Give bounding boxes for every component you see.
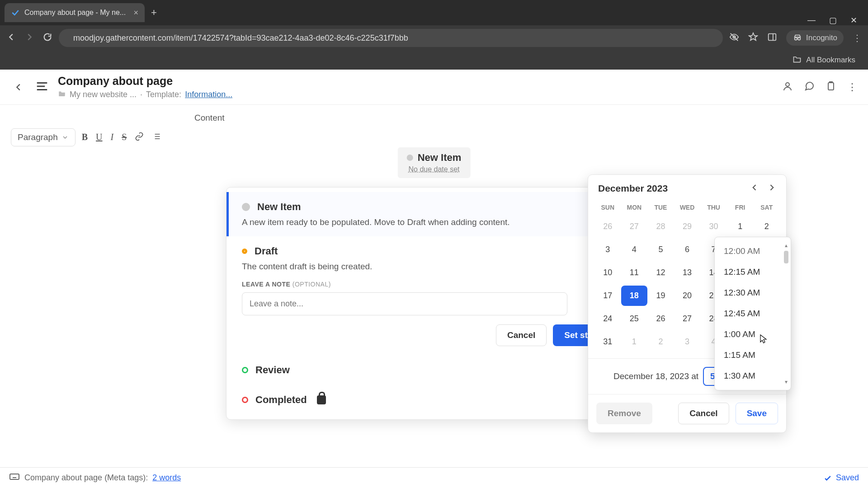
- page-title: Company about page: [58, 75, 232, 88]
- scrollbar[interactable]: ▴ ▾: [783, 242, 790, 385]
- lock-icon: [317, 395, 326, 404]
- close-tab-icon[interactable]: ×: [133, 8, 138, 18]
- back-icon[interactable]: [6, 32, 16, 44]
- calendar-day[interactable]: 25: [621, 309, 648, 329]
- calendar-day[interactable]: 12: [647, 263, 674, 283]
- calendar-day[interactable]: 17: [594, 286, 621, 306]
- bold-icon[interactable]: B: [82, 132, 88, 143]
- close-window-icon[interactable]: ✕: [850, 15, 857, 25]
- cancel-button[interactable]: Cancel: [496, 324, 547, 346]
- calendar-day[interactable]: 10: [594, 263, 621, 283]
- minimize-icon[interactable]: —: [807, 15, 816, 25]
- remove-button[interactable]: Remove: [596, 403, 652, 424]
- workflow-step-review[interactable]: Review: [226, 355, 637, 385]
- time-option[interactable]: 12:45 AM: [715, 303, 791, 324]
- calendar-day[interactable]: 2: [647, 332, 674, 352]
- menu-icon[interactable]: [35, 80, 49, 95]
- calendar-day[interactable]: 29: [674, 216, 701, 237]
- star-icon[interactable]: [748, 32, 758, 44]
- calendar-day[interactable]: 2: [753, 216, 780, 237]
- user-icon[interactable]: [782, 81, 793, 94]
- due-date-text[interactable]: No due date set: [409, 165, 460, 174]
- calendar-day[interactable]: 13: [674, 263, 701, 283]
- tab-content[interactable]: Content: [194, 113, 225, 123]
- back-button[interactable]: [11, 80, 26, 95]
- list-icon[interactable]: [152, 132, 161, 143]
- status-bar: Company about page (Meta tags): 2 words …: [0, 467, 868, 488]
- keyboard-icon[interactable]: [9, 471, 20, 484]
- more-icon[interactable]: ⋮: [847, 81, 857, 93]
- calendar-day[interactable]: 3: [594, 239, 621, 260]
- clipboard-icon[interactable]: [826, 81, 836, 94]
- breadcrumb-folder[interactable]: My new website ...: [70, 90, 137, 99]
- new-tab-button[interactable]: +: [145, 7, 163, 19]
- calendar-day[interactable]: 27: [621, 216, 648, 237]
- workflow-step-draft[interactable]: Draft The content draft is being created…: [226, 236, 637, 355]
- browser-tab-strip: Company about page - My ne... × + — ▢ ✕: [0, 0, 868, 25]
- underline-icon[interactable]: U: [96, 132, 102, 143]
- word-count-link[interactable]: 2 words: [152, 473, 181, 483]
- status-circle-icon: [242, 203, 250, 211]
- calendar-day[interactable]: 3: [674, 332, 701, 352]
- step-title: New Item: [257, 201, 301, 213]
- sidepanel-icon[interactable]: [767, 32, 777, 44]
- link-icon[interactable]: [135, 132, 144, 143]
- scroll-down-icon[interactable]: ▾: [783, 378, 790, 385]
- time-option[interactable]: 12:00 AM: [715, 241, 791, 262]
- calendar-day[interactable]: 28: [647, 216, 674, 237]
- next-month-button[interactable]: [767, 183, 776, 194]
- browser-tab[interactable]: Company about page - My ne... ×: [5, 3, 145, 22]
- status-pill[interactable]: New Item No due date set: [398, 147, 471, 178]
- strike-icon[interactable]: S: [122, 132, 127, 143]
- time-option[interactable]: 1:00 AM: [715, 324, 791, 345]
- status-dot-icon: [407, 155, 413, 161]
- tab-title: Company about page - My ne...: [24, 9, 126, 17]
- address-bar[interactable]: moodjoy.gathercontent.com/item/17422574?…: [59, 29, 723, 47]
- calendar-day[interactable]: 26: [647, 309, 674, 329]
- calendar-day[interactable]: 31: [594, 332, 621, 352]
- calendar-day[interactable]: 30: [700, 216, 727, 237]
- prev-month-button[interactable]: [750, 183, 759, 194]
- day-of-week: SUN: [594, 201, 621, 214]
- eye-off-icon[interactable]: [729, 32, 739, 44]
- window-controls: — ▢ ✕: [807, 15, 868, 25]
- calendar-day[interactable]: 5: [647, 239, 674, 260]
- calendar-day[interactable]: 4: [621, 239, 648, 260]
- comments-icon[interactable]: [804, 81, 815, 94]
- maximize-icon[interactable]: ▢: [829, 15, 837, 25]
- time-option[interactable]: 1:30 AM: [715, 366, 791, 386]
- time-option[interactable]: 12:30 AM: [715, 282, 791, 303]
- reload-icon[interactable]: [42, 32, 52, 44]
- all-bookmarks-link[interactable]: All Bookmarks: [806, 56, 855, 65]
- svg-rect-7: [828, 83, 834, 90]
- calendar-day[interactable]: 27: [674, 309, 701, 329]
- scroll-thumb[interactable]: [784, 251, 788, 263]
- template-link[interactable]: Information...: [185, 90, 232, 99]
- calendar-day[interactable]: 6: [674, 239, 701, 260]
- calendar-day[interactable]: 1: [727, 216, 754, 237]
- time-dropdown[interactable]: 12:00 AM12:15 AM12:30 AM12:45 AM1:00 AM1…: [714, 237, 791, 390]
- cancel-button[interactable]: Cancel: [678, 403, 729, 424]
- calendar-day[interactable]: 26: [594, 216, 621, 237]
- app-container: Company about page My new website ... · …: [0, 70, 868, 467]
- save-button[interactable]: Save: [736, 403, 778, 424]
- scroll-up-icon[interactable]: ▴: [783, 242, 790, 249]
- calendar-day[interactable]: 20: [674, 286, 701, 306]
- paragraph-select[interactable]: Paragraph: [11, 128, 75, 146]
- folder-icon: [58, 89, 66, 100]
- time-option[interactable]: 12:15 AM: [715, 262, 791, 282]
- note-input[interactable]: [242, 292, 567, 315]
- kebab-menu-icon[interactable]: ⋮: [853, 33, 862, 43]
- italic-icon[interactable]: I: [111, 132, 114, 143]
- calendar-day[interactable]: 24: [594, 309, 621, 329]
- svg-rect-8: [10, 474, 19, 479]
- workflow-step-completed[interactable]: Completed: [226, 385, 637, 415]
- calendar-day[interactable]: 19: [647, 286, 674, 306]
- calendar-day[interactable]: 11: [621, 263, 648, 283]
- time-option[interactable]: 1:15 AM: [715, 345, 791, 366]
- incognito-badge[interactable]: Incognito: [786, 30, 844, 46]
- calendar-day[interactable]: 1: [621, 332, 648, 352]
- workflow-step-new-item[interactable]: New Item A new item ready to be populate…: [226, 192, 637, 236]
- calendar-day[interactable]: 18: [621, 286, 648, 306]
- content-tabs: Content: [0, 105, 868, 123]
